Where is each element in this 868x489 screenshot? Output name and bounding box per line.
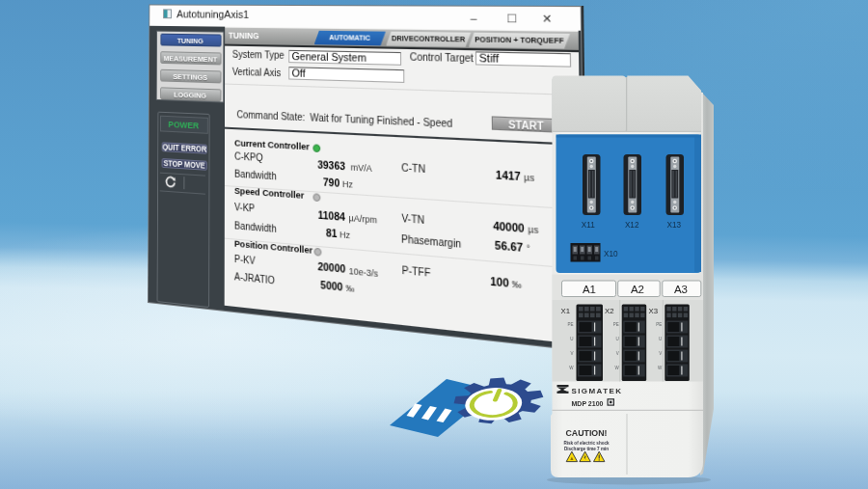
svg-text:A2: A2 bbox=[631, 284, 644, 295]
svg-text:X13: X13 bbox=[667, 221, 682, 230]
svg-text:Risk of electric shock: Risk of electric shock bbox=[563, 441, 610, 446]
svg-text:A3: A3 bbox=[674, 284, 688, 295]
svg-text:X12: X12 bbox=[625, 221, 639, 230]
svg-text:U: U bbox=[615, 337, 618, 341]
svg-text:PE: PE bbox=[567, 322, 573, 327]
svg-text:MDP 2100: MDP 2100 bbox=[572, 400, 604, 407]
svg-text:U: U bbox=[659, 337, 662, 341]
svg-text:W: W bbox=[658, 366, 663, 370]
svg-text:A1: A1 bbox=[583, 284, 596, 295]
svg-text:PE: PE bbox=[613, 322, 619, 327]
svg-text:V: V bbox=[616, 351, 619, 356]
svg-text:W: W bbox=[614, 366, 619, 370]
svg-text:U: U bbox=[570, 337, 573, 341]
svg-text:X2: X2 bbox=[605, 307, 614, 315]
svg-text:SIGMATEK: SIGMATEK bbox=[572, 387, 623, 395]
svg-text:X3: X3 bbox=[649, 307, 659, 315]
svg-text:X1: X1 bbox=[561, 307, 571, 315]
svg-text:Discharge time 7 min: Discharge time 7 min bbox=[564, 447, 609, 451]
svg-text:X10: X10 bbox=[604, 250, 618, 258]
svg-text:PE: PE bbox=[656, 322, 662, 327]
svg-text:CAUTION!: CAUTION! bbox=[565, 428, 607, 438]
svg-text:V: V bbox=[659, 351, 662, 356]
svg-text:X11: X11 bbox=[582, 221, 595, 230]
svg-text:V: V bbox=[570, 351, 573, 356]
